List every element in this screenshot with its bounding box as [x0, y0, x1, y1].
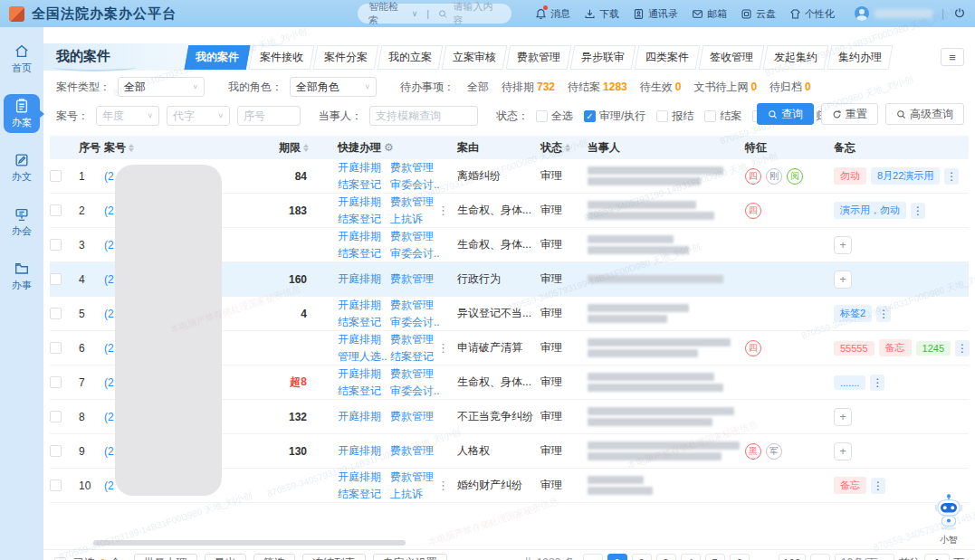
page-button-1[interactable]: 1 [607, 554, 627, 560]
tab-我的案件[interactable]: 我的案件 [185, 45, 251, 70]
memo-add-button[interactable]: + [834, 271, 852, 289]
page-button-2[interactable]: 2 [632, 554, 652, 560]
col-term[interactable]: 期限 [253, 140, 312, 156]
quick-action-link[interactable]: 结案登记 [390, 349, 439, 365]
status-checkbox-全选[interactable]: 全选 [536, 109, 573, 124]
advanced-query-button[interactable]: 高级查询 [885, 103, 964, 125]
topbar-action-cloud-disk[interactable]: 云盘 [741, 7, 776, 21]
row-checkbox[interactable] [50, 308, 62, 319]
tab-四类案件[interactable]: 四类案件 [635, 45, 701, 70]
search-scope-select[interactable]: 智能检索 [368, 0, 406, 27]
quick-action-link[interactable]: 开庭排期 [338, 409, 387, 424]
court-word-select[interactable]: 代字∨ [167, 106, 230, 126]
page-button-3[interactable]: 3 [656, 554, 676, 560]
page-size-select[interactable]: 10条/页∨ [835, 554, 894, 560]
quick-action-link[interactable]: 费款管理 [390, 332, 439, 347]
topbar-action-mail[interactable]: 邮箱 [692, 7, 727, 21]
quick-action-link[interactable]: 费款管理 [390, 470, 439, 485]
next-page-button[interactable]: > [810, 554, 830, 560]
row-checkbox[interactable] [50, 204, 62, 216]
quick-action-link[interactable]: 开庭排期 [338, 160, 387, 176]
menu-toggle-button[interactable]: ≡ [941, 48, 964, 66]
quick-action-link[interactable]: 审委会讨... [390, 384, 439, 399]
query-button[interactable]: 查询 [757, 103, 814, 125]
tab-集约办理[interactable]: 集约办理 [827, 45, 894, 70]
memo-more-button[interactable]: ⋮ [955, 340, 970, 356]
quick-action-link[interactable]: 上抗诉 [390, 212, 439, 227]
case-type-select[interactable]: 全部∨ [118, 77, 205, 97]
row-checkbox[interactable] [50, 239, 62, 251]
assistant-robot[interactable]: 小智 [928, 493, 970, 546]
quick-action-link[interactable]: 费款管理 [390, 298, 439, 313]
page-button-4[interactable]: 4 [681, 554, 701, 560]
quick-action-link[interactable]: 开庭排期 [338, 229, 387, 244]
topbar-action-personalize[interactable]: 个性化 [789, 7, 835, 21]
memo-add-button[interactable]: + [834, 408, 852, 426]
memo-more-button[interactable]: ⋮ [911, 203, 925, 219]
col-status[interactable]: 状态 [540, 140, 588, 156]
quick-action-link[interactable]: 结案登记 [338, 487, 387, 502]
status-checkbox-结案[interactable]: 结案 [704, 109, 741, 124]
tab-签收管理[interactable]: 签收管理 [699, 45, 765, 70]
row-checkbox[interactable] [50, 479, 62, 491]
quick-action-link[interactable]: 开庭排期 [338, 332, 387, 347]
tab-发起集约[interactable]: 发起集约 [763, 45, 829, 70]
todo-filter-待生效[interactable]: 待生效0 [640, 80, 682, 95]
memo-more-button[interactable]: ⋮ [871, 478, 885, 494]
topbar-action-download[interactable]: 下载 [584, 7, 619, 21]
todo-filter-文书待上网[interactable]: 文书待上网0 [693, 80, 757, 95]
quick-action-link[interactable]: 开庭排期 [338, 470, 387, 485]
quick-action-link[interactable]: 审委会讨... [390, 315, 439, 330]
footer-button-导出[interactable]: 导出 [205, 554, 246, 560]
reset-button[interactable]: 重置 [821, 103, 878, 125]
row-checkbox[interactable] [50, 273, 62, 285]
sidebar-item-首页[interactable]: 首页 [4, 40, 40, 79]
page-button-5[interactable]: 5 [705, 554, 725, 560]
quick-action-link[interactable]: 结案登记 [338, 384, 387, 399]
horizontal-scrollbar[interactable] [93, 540, 406, 546]
topbar-action-contacts[interactable]: 通讯录 [633, 7, 678, 21]
row-checkbox[interactable] [50, 445, 62, 457]
quick-action-link[interactable]: 费款管理 [390, 195, 439, 210]
sidebar-item-办事[interactable]: 办事 [4, 257, 40, 296]
quick-action-link[interactable]: 费款管理 [390, 366, 439, 382]
party-input[interactable] [369, 106, 478, 126]
quick-action-link[interactable]: 开庭排期 [338, 195, 387, 210]
quick-action-link[interactable]: 管理人选... [338, 349, 387, 365]
sidebar-item-办会[interactable]: 办会 [4, 203, 40, 242]
tab-我的立案[interactable]: 我的立案 [378, 45, 444, 70]
footer-button-批量办理[interactable]: 批量办理 [134, 554, 197, 560]
quick-action-link[interactable]: 开庭排期 [338, 271, 387, 287]
quick-action-link[interactable]: 结案登记 [338, 246, 387, 261]
user-area[interactable]: | [855, 6, 966, 22]
sidebar-item-办案[interactable]: 办案 [4, 94, 40, 133]
quick-more-button[interactable]: ⋮ [437, 204, 457, 217]
status-checkbox-审理/执行[interactable]: ✓审理/执行 [584, 109, 645, 124]
col-case[interactable]: 案号 [104, 140, 253, 156]
quick-action-link[interactable]: 费款管理 [390, 229, 439, 244]
todo-filter-待排期[interactable]: 待排期732 [502, 80, 555, 95]
quick-action-link[interactable]: 审委会讨... [390, 177, 439, 193]
todo-filter-待结案[interactable]: 待结案1283 [568, 80, 627, 95]
quick-action-link[interactable]: 结案登记 [338, 212, 387, 227]
row-checkbox[interactable] [50, 376, 62, 388]
tab-费款管理[interactable]: 费款管理 [506, 45, 572, 70]
memo-add-button[interactable]: + [834, 236, 852, 254]
goto-page-input[interactable] [924, 554, 950, 560]
gear-icon[interactable]: ⚙ [384, 141, 394, 154]
quick-action-link[interactable]: 审委会讨... [390, 246, 439, 261]
status-checkbox-报结[interactable]: 报结 [656, 109, 693, 124]
logout-power-button[interactable] [953, 6, 966, 22]
quick-more-button[interactable]: ⋮ [437, 341, 457, 355]
quick-action-link[interactable]: 费款管理 [390, 160, 439, 176]
sidebar-item-办文[interactable]: 办文 [4, 148, 40, 187]
todo-filter-全部[interactable]: 全部 [467, 80, 489, 95]
tab-案件接收[interactable]: 案件接收 [249, 45, 315, 70]
quick-action-link[interactable]: 开庭排期 [338, 366, 387, 382]
quick-action-link[interactable]: 费款管理 [390, 443, 439, 459]
page-button-6[interactable]: 6 [730, 554, 750, 560]
memo-more-button[interactable]: ⋮ [944, 168, 959, 185]
role-select[interactable]: 全部角色∨ [290, 77, 377, 97]
tab-立案审核[interactable]: 立案审核 [442, 45, 508, 70]
footer-button-自定义设置[interactable]: 自定义设置 [373, 554, 447, 560]
